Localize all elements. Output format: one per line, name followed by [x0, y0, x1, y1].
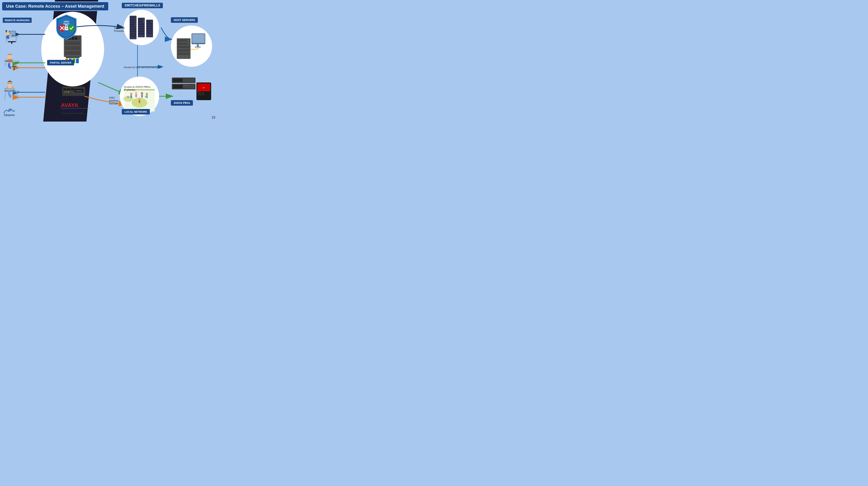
svg-rect-13: [66, 57, 80, 58]
svg-rect-52: [147, 30, 153, 32]
svg-rect-100: [198, 94, 199, 95]
svg-text:DevConnect: DevConnect: [61, 109, 80, 112]
svg-rect-128: [12, 66, 17, 67]
svg-rect-62: [178, 46, 190, 48]
svg-rect-98: [200, 92, 202, 94]
svg-rect-79: [139, 100, 140, 103]
svg-rect-41: [138, 26, 144, 27]
worker-desktop-icon: [3, 23, 21, 44]
host-servers-label: HOST SERVERS: [171, 17, 198, 23]
switches-firewalls-label: SWITCHES/FIREWALLS: [122, 3, 163, 8]
svg-rect-89: [173, 85, 183, 88]
svg-rect-101: [200, 94, 202, 95]
switches-servers-icon: [127, 14, 156, 41]
svg-rect-149: [9, 94, 11, 98]
svg-rect-71: [130, 95, 132, 98]
avaya-pbx-label: AVAYA PBXs: [171, 100, 193, 106]
svg-text:Zero Trust Architecture: Zero Trust Architecture: [4, 117, 24, 117]
avaya-pbx-text: AVAYA PBXs: [174, 101, 190, 104]
local-network-text: LOCAL NETWORK: [125, 110, 147, 113]
svg-rect-120: [11, 42, 12, 44]
zero-trust-shield: ZERO TRUST: [53, 13, 80, 41]
svg-rect-56: [192, 34, 205, 43]
svg-rect-50: [147, 25, 153, 27]
svg-rect-75: [141, 94, 143, 98]
svg-rect-118: [11, 36, 13, 37]
svg-rect-31: [130, 36, 136, 37]
svg-rect-126: [5, 62, 6, 66]
vnc-label: VNC/DesktopRemote: [109, 96, 119, 105]
title-text: Use Case: Remote Access – Asset Manageme…: [6, 4, 104, 9]
svg-rect-99: [202, 92, 204, 94]
svg-point-108: [64, 91, 65, 93]
svg-rect-51: [147, 28, 153, 29]
svg-rect-43: [138, 30, 144, 32]
fijowave-logo: Fijowave Zero Trust Architecture: [3, 106, 34, 118]
avaya-pbx-devices: IP: [171, 76, 212, 103]
portal-server-text: PORTAL SERVER: [50, 61, 71, 64]
svg-rect-146: [5, 89, 13, 90]
title-box: Use Case: Remote Access – Asset Manageme…: [2, 2, 109, 11]
svg-rect-29: [130, 31, 136, 32]
svg-rect-106: [67, 88, 70, 90]
svg-text:TECHNOLOGY PARTNER: TECHNOLOGY PARTNER: [61, 112, 83, 114]
svg-text:Fijowave: Fijowave: [76, 90, 82, 92]
svg-point-76: [146, 93, 148, 95]
svg-rect-8: [65, 51, 81, 55]
svg-point-36: [135, 27, 135, 27]
svg-point-46: [143, 22, 144, 22]
svg-text:ZERO: ZERO: [64, 21, 69, 23]
svg-point-72: [135, 92, 137, 94]
svg-rect-53: [147, 32, 153, 34]
worker-laptop-icon: [3, 49, 21, 71]
svg-point-121: [6, 31, 10, 35]
svg-rect-107: [71, 88, 74, 90]
remote-workers-label: REMOTE WORKERS: [2, 17, 32, 23]
avaya-devconnect-logo: AVAYA DevConnect TECHNOLOGY PARTNER: [60, 100, 91, 115]
svg-point-110: [68, 91, 69, 93]
local-network-label: LOCAL NETWORK: [122, 109, 150, 115]
svg-rect-105: [63, 88, 66, 90]
gateway-device: Fijowave: [61, 85, 86, 99]
svg-point-54: [151, 21, 152, 22]
switches-firewalls-conn-label: Switches/Firewalls: [114, 27, 125, 32]
svg-point-45: [143, 19, 144, 20]
svg-rect-58: [195, 46, 201, 47]
svg-rect-64: [178, 53, 190, 55]
svg-point-18: [66, 28, 67, 29]
svg-rect-12: [76, 59, 79, 63]
svg-point-70: [130, 93, 132, 95]
svg-point-86: [192, 79, 193, 81]
svg-rect-90: [184, 85, 185, 86]
svg-text:AVAYA: AVAYA: [61, 102, 79, 108]
access-avaya-label: Access to AVAYA PBXs,IP phones: [124, 86, 151, 91]
svg-rect-115: [16, 37, 17, 42]
worker-2: [3, 49, 21, 71]
svg-rect-91: [185, 85, 186, 86]
worker-1: [3, 23, 21, 45]
svg-rect-40: [138, 23, 144, 25]
page-number: 18: [211, 116, 215, 120]
svg-rect-30: [130, 33, 136, 35]
svg-rect-85: [173, 78, 183, 82]
access-host-label: Access to host servers/machines: [124, 66, 161, 69]
shield-icon: ZERO TRUST: [53, 13, 80, 41]
svg-text:TRUST: TRUST: [63, 23, 69, 25]
svg-text:Fijowave: Fijowave: [4, 114, 15, 117]
svg-text:IP: IP: [203, 87, 205, 89]
remote-workers-text: REMOTE WORKERS: [5, 19, 30, 22]
worker-3: [3, 76, 21, 101]
svg-rect-49: [147, 23, 153, 25]
svg-rect-44: [138, 33, 144, 34]
svg-rect-6: [65, 41, 81, 45]
local-network-icon: [122, 79, 157, 114]
svg-rect-92: [187, 85, 188, 86]
svg-rect-97: [198, 92, 199, 94]
host-servers-circle: [171, 26, 212, 67]
svg-rect-117: [9, 31, 15, 35]
svg-rect-42: [138, 28, 144, 30]
svg-point-65: [188, 40, 189, 41]
svg-rect-28: [130, 29, 136, 30]
svg-point-32: [135, 17, 135, 18]
host-servers-icon: [175, 30, 208, 62]
